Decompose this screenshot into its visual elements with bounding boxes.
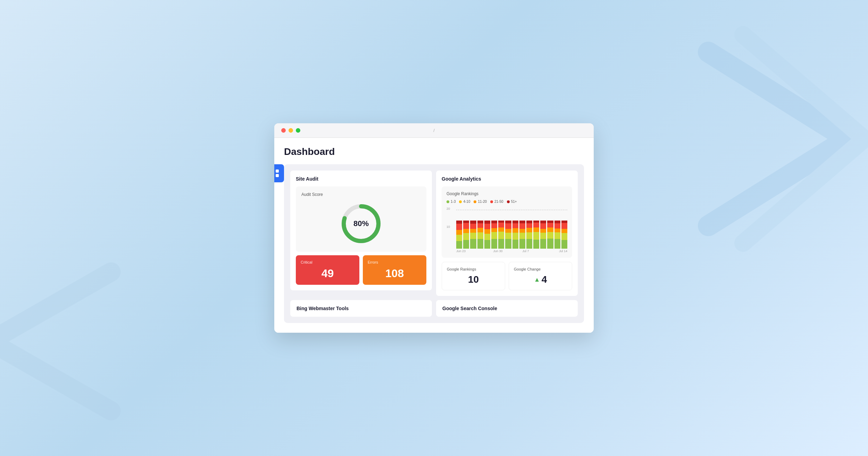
x-label-jul14: Jul 14 [540,249,567,253]
critical-value: 49 [301,267,354,280]
bing-webmaster-card: Bing Webmaster Tools [290,300,432,317]
bar-segment-0 [540,221,546,223]
bar-segment-4 [554,239,560,249]
bar-12 [540,216,546,249]
legend-item-21-50: 21-50 [490,200,503,204]
bar-segment-2 [561,229,567,233]
bar-segment-3 [561,233,567,240]
bar-0 [456,216,462,249]
bar-2 [470,216,476,249]
bar-segment-0 [512,221,518,223]
errors-value: 108 [368,267,422,280]
minimize-button[interactable] [289,128,293,133]
bar-15 [561,216,567,249]
bar-segment-3 [526,232,532,239]
arrow-up-icon: ▲ [534,276,540,283]
bar-segment-1 [533,223,539,228]
bar-segment-4 [484,240,490,249]
bar-segment-2 [519,229,525,233]
bar-segment-1 [505,223,511,229]
google-search-console-title: Google Search Console [442,306,571,311]
bar-chart: 20 10 [446,207,567,249]
legend-label-1-3: 1-3 [451,200,456,204]
title-bar-slash: / [433,128,435,133]
bar-segment-0 [477,221,483,223]
bar-9 [519,216,525,249]
errors-card: Errors 108 [363,255,426,285]
bar-segment-1 [512,223,518,229]
bar-segment-4 [519,239,525,249]
bar-segment-0 [456,221,462,224]
bar-segment-1 [491,223,497,229]
bar-segment-3 [533,232,539,240]
grid-dot-2 [276,169,279,173]
bar-segment-4 [547,239,553,249]
google-search-console-card: Google Search Console [436,300,578,317]
bar-segment-1 [519,223,525,229]
title-bar: / [274,123,594,138]
bar-segment-4 [470,239,476,249]
bar-segment-1 [463,223,469,229]
bar-segment-3 [512,233,518,240]
bar-segment-2 [512,228,518,233]
google-rankings-small-value: 10 [447,274,500,285]
legend-item-51plus: 51+ [507,200,517,204]
bar-segment-4 [505,239,511,249]
legend-item-1-3: 1-3 [446,200,456,204]
bar-segment-2 [533,227,539,232]
bar-segment-2 [498,227,504,232]
bar-segment-3 [505,233,511,239]
close-button[interactable] [281,128,286,133]
google-analytics-card: Google Analytics Google Rankings 1-3 [436,171,578,296]
bar-segment-2 [540,229,546,233]
bar-14 [554,216,560,249]
bar-segment-3 [491,232,497,239]
bar-segment-0 [519,221,525,223]
bar-segment-2 [547,227,553,232]
bar-segment-3 [519,233,525,239]
browser-window: / Dashboard Site Audit [274,123,594,333]
bar-6 [498,216,504,249]
bar-segment-1 [547,223,553,227]
bar-segment-1 [561,223,567,229]
bar-segment-0 [526,221,532,223]
bar-segment-2 [505,229,511,233]
audit-score-section: Audit Score 80% [296,186,426,252]
x-label-jun30: Jun 30 [484,249,512,253]
legend-dot-21-50 [490,200,493,203]
bar-segment-2 [470,229,476,233]
bar-7 [505,216,511,249]
sidebar-nav-button[interactable] [274,164,284,182]
bar-3 [477,216,483,249]
main-grid: Site Audit Audit Score 80% [290,171,578,296]
bar-segment-2 [463,229,469,233]
legend-item-11-20: 11-20 [474,200,487,204]
site-audit-title: Site Audit [296,176,426,182]
bar-segment-1 [498,223,504,227]
x-axis-labels: Jun 23 Jun 30 Jul 7 Jul 14 [446,249,567,253]
audit-stats-row: Critical 49 Errors 108 [296,255,426,285]
legend-label-4-10: 4-10 [463,200,470,204]
bar-segment-4 [477,239,483,249]
bar-segment-3 [547,232,553,239]
bar-segment-0 [484,221,490,224]
bar-segment-3 [477,232,483,239]
bar-segment-1 [477,223,483,228]
bar-segment-3 [470,233,476,239]
small-stats-row: Google Rankings 10 Google Change ▲ 4 [442,262,572,290]
google-change-label: Google Change [514,267,567,271]
bar-segment-4 [498,239,504,249]
bar-segment-4 [526,239,532,249]
bar-segment-4 [540,239,546,249]
bar-segment-3 [498,232,504,239]
google-rankings-small-label: Google Rankings [447,267,500,271]
bar-segment-3 [463,233,469,240]
audit-score-label: Audit Score [301,192,323,197]
bar-segment-4 [463,240,469,249]
legend-label-51plus: 51+ [511,200,517,204]
maximize-button[interactable] [296,128,300,133]
bar-segment-0 [561,221,567,223]
bar-segment-3 [554,232,560,239]
dashboard-area: Site Audit Audit Score 80% [284,164,584,323]
bar-segment-2 [554,229,560,232]
